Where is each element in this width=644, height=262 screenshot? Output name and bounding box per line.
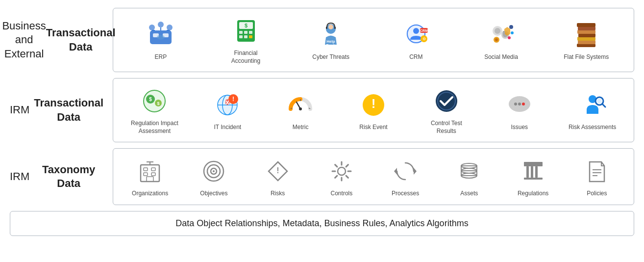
- objectives-label: Objectives: [200, 190, 227, 198]
- svg-rect-83: [151, 173, 155, 176]
- svg-rect-38: [503, 31, 505, 35]
- svg-line-101: [346, 165, 348, 167]
- svg-rect-84: [147, 177, 153, 182]
- svg-rect-14: [244, 31, 248, 34]
- risks-label: Risks: [271, 190, 285, 198]
- svg-line-99: [346, 176, 348, 178]
- issues-label: Issues: [511, 124, 528, 131]
- regulations-label: Regulations: [518, 190, 548, 198]
- svg-text:$: $: [244, 23, 247, 28]
- svg-point-40: [511, 31, 514, 34]
- control-test-icon: [431, 85, 462, 117]
- svg-rect-81: [151, 168, 155, 171]
- svg-marker-102: [414, 168, 417, 175]
- label-irm-taxonomy: IRMTaxonomy Data: [10, 148, 113, 205]
- metric-label: Metric: [293, 124, 309, 131]
- issues-icon: [504, 89, 535, 121]
- box-business: ERP $: [113, 8, 634, 72]
- bottom-bar: Data Object Relationships, Metadata, Bus…: [10, 211, 634, 236]
- svg-rect-17: [244, 35, 248, 38]
- svg-point-9: [157, 35, 165, 40]
- item-regulation-impact: $ $ Regulation Impact Assessment: [118, 85, 191, 135]
- box-irm-transactional: $ $ Regulation Impact Assessment: [113, 78, 634, 142]
- svg-point-41: [508, 36, 511, 39]
- crm-icon: CRM ⚙: [400, 19, 432, 51]
- item-controls: Controls: [310, 156, 373, 198]
- risk-event-label: Risk Event: [359, 124, 387, 131]
- svg-rect-16: [239, 35, 243, 38]
- risk-event-icon: !: [358, 89, 389, 121]
- svg-rect-80: [144, 168, 148, 171]
- regulation-impact-label: Regulation Impact Assessment: [130, 120, 179, 135]
- flatfile-icon: [570, 19, 602, 51]
- processes-icon: [390, 156, 421, 187]
- regulation-impact-icon: $ $: [139, 85, 170, 117]
- svg-rect-23: [326, 26, 327, 29]
- crm-label: CRM: [409, 53, 422, 61]
- item-policies: Policies: [565, 156, 629, 198]
- item-assets: Assets: [437, 156, 501, 198]
- item-it-incident: ! IT Incident: [191, 89, 264, 131]
- row-irm-taxonomy: IRMTaxonomy Data: [10, 148, 634, 205]
- cyber-label: Cyber Threats: [312, 53, 349, 61]
- svg-rect-114: [524, 162, 543, 164]
- regulations-icon: [518, 156, 549, 187]
- item-regulations: Regulations: [501, 156, 565, 198]
- organizations-label: Organizations: [132, 190, 168, 198]
- policies-icon: [581, 156, 613, 187]
- item-organizations: Organizations: [118, 156, 182, 198]
- svg-point-27: [413, 28, 419, 34]
- svg-text:!: !: [372, 96, 376, 111]
- svg-point-37: [495, 38, 498, 41]
- item-metric: Metric: [264, 89, 337, 131]
- flatfile-label: Flat File Systems: [564, 53, 609, 61]
- svg-rect-24: [334, 26, 336, 29]
- erp-icon: [145, 19, 176, 51]
- risk-assessments-icon: [577, 89, 608, 121]
- svg-line-98: [335, 165, 337, 167]
- erp-label: ERP: [154, 53, 167, 61]
- item-processes: Processes: [373, 156, 437, 198]
- processes-label: Processes: [392, 190, 419, 198]
- svg-point-5: [167, 25, 173, 30]
- svg-point-93: [338, 167, 346, 175]
- svg-text:$: $: [149, 97, 152, 102]
- social-icon: [486, 19, 517, 51]
- organizations-icon: [134, 156, 166, 187]
- it-incident-label: IT Incident: [214, 124, 241, 131]
- svg-point-62: [299, 107, 302, 110]
- svg-line-77: [602, 104, 605, 107]
- item-objectives: Objectives: [182, 156, 246, 198]
- svg-rect-112: [531, 166, 533, 178]
- item-issues: Issues: [483, 89, 556, 131]
- financial-label: Financial Accounting: [222, 50, 271, 65]
- item-crm: CRM ⚙ CRM: [373, 19, 459, 61]
- svg-text:Desk: Desk: [326, 43, 336, 48]
- item-erp: ERP: [118, 19, 203, 61]
- svg-rect-46: [577, 30, 595, 34]
- svg-rect-15: [249, 31, 252, 34]
- svg-rect-43: [578, 40, 595, 44]
- item-cyber: Help Desk Cyber Threats: [288, 19, 373, 61]
- item-risks: ! Risks: [246, 156, 310, 198]
- main-layout: Business and ExternalTransactional Data: [10, 8, 634, 236]
- item-financial: $ Financial Accounting: [203, 15, 289, 65]
- box-irm-taxonomy: Organizations Objectives: [113, 148, 634, 205]
- bottom-bar-text: Data Object Relationships, Metadata, Bus…: [175, 218, 468, 228]
- svg-point-20: [328, 25, 333, 29]
- svg-point-74: [522, 103, 525, 105]
- risk-assessments-label: Risk Assessments: [569, 124, 616, 131]
- svg-rect-111: [526, 166, 529, 178]
- label-irm-transactional: IRMTransactional Data: [10, 78, 113, 142]
- svg-marker-103: [394, 168, 397, 175]
- item-risk-assessments: Risk Assessments: [556, 89, 629, 131]
- controls-icon: [326, 156, 357, 187]
- svg-point-4: [158, 22, 164, 27]
- item-control-test: Control Test Results: [410, 85, 483, 135]
- svg-rect-48: [577, 23, 595, 27]
- social-label: Social Media: [484, 53, 518, 61]
- svg-point-39: [509, 25, 513, 29]
- svg-rect-109: [524, 178, 543, 180]
- svg-text:!: !: [232, 96, 234, 103]
- policies-label: Policies: [587, 190, 607, 198]
